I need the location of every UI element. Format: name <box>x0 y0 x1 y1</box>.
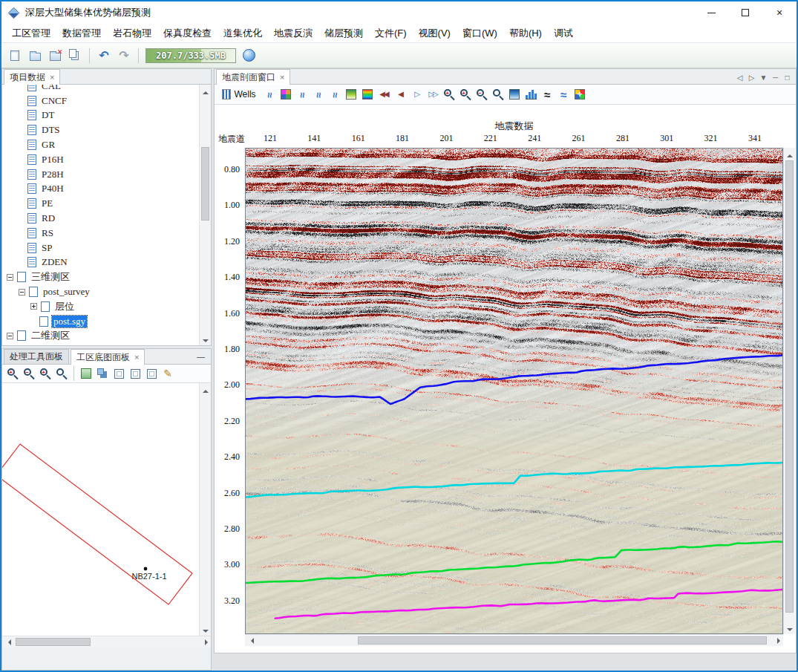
menu-item-3[interactable]: 保真度检查 <box>157 25 218 42</box>
menu-item-6[interactable]: 储层预测 <box>318 25 369 42</box>
tree-item-post_survey[interactable]: post_survey <box>4 284 198 299</box>
collapse-icon[interactable] <box>19 289 25 296</box>
tab-processing-tools[interactable]: 处理工具面板 <box>4 349 69 364</box>
tree-item-三维测区[interactable]: 三维测区 <box>4 270 198 284</box>
menu-item-7[interactable]: 文件(F) <box>369 25 413 42</box>
undo-icon[interactable]: ↶ <box>95 47 113 65</box>
basemap-canvas[interactable]: NB27-1-1 <box>2 383 199 636</box>
new-project-icon[interactable] <box>6 47 24 65</box>
wiggle-overlay-icon[interactable]: ≈ <box>327 87 342 102</box>
tab-basemap[interactable]: 工区底图面板× <box>71 349 145 365</box>
menu-item-10[interactable]: 帮助(H) <box>503 25 548 42</box>
menu-item-8[interactable]: 视图(V) <box>413 25 457 42</box>
tree-item-GR[interactable]: GR <box>4 137 198 152</box>
tree-item-二维测区[interactable]: 二维测区 <box>4 329 198 344</box>
minimize-button[interactable] <box>694 1 728 24</box>
scroll-thumb[interactable] <box>201 147 209 220</box>
scroll-thumb[interactable] <box>358 636 767 645</box>
edit-polygon-icon[interactable]: ✎ <box>160 366 175 381</box>
tab-seismic-section[interactable]: 地震剖面窗口 × <box>216 69 290 85</box>
tree-item-CAL[interactable]: CAL <box>4 85 198 94</box>
close-button[interactable]: × <box>762 1 797 24</box>
wavelet-icon[interactable]: ≈ <box>540 87 555 102</box>
play-lines-icon[interactable]: ▷▷ <box>425 87 440 102</box>
tree-item-post.sgy[interactable]: post.sgy <box>4 314 198 329</box>
seismic-canvas[interactable] <box>246 149 782 633</box>
panel-menu-icon[interactable]: ▼ <box>759 74 768 82</box>
basemap-horizontal-scrollbar[interactable] <box>2 636 211 647</box>
scroll-down-icon[interactable] <box>200 624 212 636</box>
density-display-icon[interactable] <box>344 87 359 102</box>
scroll-thumb[interactable] <box>785 160 794 613</box>
basemap-icon[interactable] <box>79 366 94 381</box>
scroll-right-icon[interactable] <box>771 635 783 647</box>
tree-item-SP[interactable]: SP <box>4 241 198 255</box>
tree-item-P40H[interactable]: P40H <box>4 182 198 197</box>
tab-project-data[interactable]: 项目数据 × <box>4 69 60 85</box>
save-all-icon[interactable] <box>66 47 84 65</box>
close-tab-icon[interactable]: × <box>280 73 284 82</box>
layers-icon[interactable] <box>144 366 159 381</box>
tree-item-P28H[interactable]: P28H <box>4 167 198 182</box>
panel-float-icon[interactable]: □ <box>782 74 792 82</box>
zoom-full-icon[interactable] <box>54 366 69 381</box>
collapse-icon[interactable] <box>7 333 13 339</box>
tree-vertical-scrollbar[interactable] <box>199 85 211 345</box>
redo-icon[interactable]: ↷ <box>115 47 133 65</box>
menu-item-11[interactable]: 调试 <box>548 25 579 42</box>
wiggle-va-icon[interactable]: ≈ <box>262 87 277 102</box>
tree-item-层位[interactable]: 层位 <box>4 299 198 314</box>
select-frame-icon[interactable] <box>111 366 126 381</box>
prev-line-icon[interactable]: ◀ <box>393 87 408 102</box>
wells-toggle-button[interactable]: Wells <box>218 87 261 102</box>
menu-item-2[interactable]: 岩石物理 <box>107 25 157 42</box>
expand-icon[interactable] <box>30 303 37 310</box>
tab-scroll-right-icon[interactable]: ▷ <box>747 74 756 82</box>
panel-minimize-icon[interactable]: — <box>197 352 211 364</box>
panel-minimize-icon[interactable]: ─ <box>771 74 780 82</box>
seismic-vertical-scrollbar[interactable] <box>783 148 795 634</box>
menu-item-0[interactable]: 工区管理 <box>6 25 56 42</box>
tree-item-ZDEN[interactable]: ZDEN <box>4 255 198 270</box>
colorbar-display-icon[interactable] <box>360 87 375 102</box>
zoom-window-icon[interactable] <box>491 87 506 102</box>
next-line-icon[interactable]: ▷ <box>409 87 424 102</box>
tree-item-P16H[interactable]: P16H <box>4 152 198 167</box>
scroll-up-icon[interactable] <box>200 85 211 97</box>
blend-display-icon[interactable] <box>572 87 587 102</box>
zoom-in-icon[interactable]: + <box>442 87 457 102</box>
basemap-vertical-scrollbar[interactable] <box>199 383 211 636</box>
menu-item-4[interactable]: 道集优化 <box>218 25 268 42</box>
histogram-icon[interactable] <box>523 87 538 102</box>
colormap-icon[interactable] <box>507 87 522 102</box>
open-project-icon[interactable] <box>26 47 44 65</box>
zoom-in-icon[interactable]: + <box>5 366 20 381</box>
tab-scroll-left-icon[interactable]: ◁ <box>735 74 745 82</box>
zoom-window-icon[interactable]: + <box>38 366 53 381</box>
spectrum-icon[interactable]: ≈ <box>556 87 571 102</box>
close-tab-icon[interactable]: × <box>50 73 54 82</box>
scroll-down-icon[interactable] <box>200 333 211 345</box>
color-matrix-icon[interactable] <box>278 87 293 102</box>
scroll-thumb[interactable] <box>16 638 91 646</box>
tree-item-RS[interactable]: RS <box>4 226 198 241</box>
zoom-out-icon[interactable]: − <box>22 366 36 381</box>
wiggle-fill-icon[interactable]: ≈ <box>295 87 310 102</box>
seismic-horizontal-scrollbar[interactable] <box>245 634 783 646</box>
scroll-right-icon[interactable] <box>199 636 211 648</box>
tree-item-DTS[interactable]: DTS <box>4 123 198 137</box>
tree-item-RD[interactable]: RD <box>4 211 198 226</box>
zoom-sel-icon[interactable]: + <box>458 87 473 102</box>
maximize-button[interactable] <box>728 1 762 24</box>
zoom-out-icon[interactable]: − <box>474 87 489 102</box>
collapse-icon[interactable] <box>7 274 13 281</box>
scroll-left-icon[interactable] <box>2 636 14 648</box>
menu-item-5[interactable]: 地震反演 <box>268 25 318 42</box>
tree-item-DT[interactable]: DT <box>4 108 198 123</box>
close-tab-icon[interactable]: × <box>134 353 139 362</box>
well-marker[interactable] <box>144 567 148 571</box>
scroll-left-icon[interactable] <box>245 635 257 647</box>
copy-view-icon[interactable] <box>128 366 143 381</box>
tree-item-CNCF[interactable]: CNCF <box>4 94 198 108</box>
scroll-down-icon[interactable] <box>784 622 796 634</box>
